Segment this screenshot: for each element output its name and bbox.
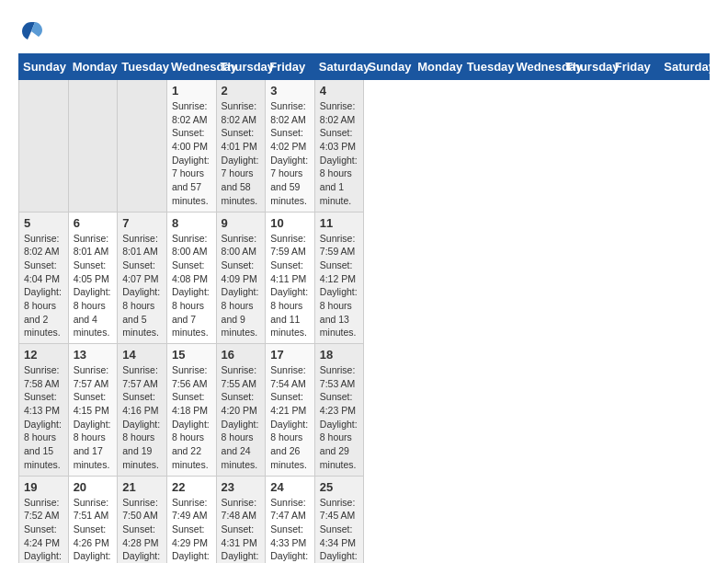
header-day-tuesday: Tuesday bbox=[462, 54, 512, 80]
day-number: 17 bbox=[270, 348, 310, 362]
day-number: 6 bbox=[74, 216, 113, 230]
day-info: Sunrise: 7:59 AM Sunset: 4:12 PM Dayligh… bbox=[320, 232, 359, 340]
day-info: Sunrise: 7:55 AM Sunset: 4:20 PM Dayligh… bbox=[222, 363, 261, 472]
day-number: 10 bbox=[270, 216, 310, 230]
day-number: 22 bbox=[172, 480, 211, 494]
header-day-monday: Monday bbox=[414, 54, 463, 80]
page-header bbox=[18, 18, 710, 44]
header-day-saturday: Saturday bbox=[314, 54, 364, 80]
calendar-cell: 13Sunrise: 7:57 AM Sunset: 4:15 PM Dayli… bbox=[68, 344, 118, 477]
day-number: 14 bbox=[122, 348, 162, 362]
calendar-cell: 2Sunrise: 8:02 AM Sunset: 4:01 PM Daylig… bbox=[216, 80, 266, 213]
day-info: Sunrise: 7:51 AM Sunset: 4:26 PM Dayligh… bbox=[74, 496, 113, 564]
day-number: 2 bbox=[222, 84, 261, 98]
day-info: Sunrise: 7:49 AM Sunset: 4:29 PM Dayligh… bbox=[172, 496, 211, 564]
calendar-cell: 24Sunrise: 7:47 AM Sunset: 4:33 PM Dayli… bbox=[266, 476, 315, 563]
calendar-header-row: SundayMondayTuesdayWednesdayThursdayFrid… bbox=[19, 54, 710, 80]
calendar-cell bbox=[118, 80, 167, 213]
calendar-cell: 22Sunrise: 7:49 AM Sunset: 4:29 PM Dayli… bbox=[166, 476, 216, 563]
calendar-cell: 21Sunrise: 7:50 AM Sunset: 4:28 PM Dayli… bbox=[118, 476, 167, 563]
day-info: Sunrise: 8:01 AM Sunset: 4:05 PM Dayligh… bbox=[74, 232, 113, 340]
calendar-cell: 1Sunrise: 8:02 AM Sunset: 4:00 PM Daylig… bbox=[166, 80, 216, 213]
calendar-cell: 10Sunrise: 7:59 AM Sunset: 4:11 PM Dayli… bbox=[266, 212, 315, 344]
calendar-cell: 18Sunrise: 7:53 AM Sunset: 4:23 PM Dayli… bbox=[314, 344, 364, 477]
day-number: 12 bbox=[24, 348, 63, 362]
header-day-thursday: Thursday bbox=[562, 54, 611, 80]
header-day-wednesday: Wednesday bbox=[166, 54, 216, 80]
day-number: 4 bbox=[320, 84, 359, 98]
calendar-cell: 25Sunrise: 7:45 AM Sunset: 4:34 PM Dayli… bbox=[314, 476, 364, 563]
calendar-cell: 14Sunrise: 7:57 AM Sunset: 4:16 PM Dayli… bbox=[118, 344, 167, 477]
calendar-cell: 7Sunrise: 8:01 AM Sunset: 4:07 PM Daylig… bbox=[118, 212, 167, 344]
header-day-monday: Monday bbox=[68, 54, 118, 80]
day-info: Sunrise: 7:57 AM Sunset: 4:15 PM Dayligh… bbox=[74, 363, 113, 472]
calendar-cell: 8Sunrise: 8:00 AM Sunset: 4:08 PM Daylig… bbox=[166, 212, 216, 344]
calendar-cell: 9Sunrise: 8:00 AM Sunset: 4:09 PM Daylig… bbox=[216, 212, 266, 344]
calendar-week-row: 19Sunrise: 7:52 AM Sunset: 4:24 PM Dayli… bbox=[19, 476, 710, 563]
day-number: 19 bbox=[24, 480, 63, 494]
day-info: Sunrise: 8:00 AM Sunset: 4:09 PM Dayligh… bbox=[222, 232, 261, 340]
day-info: Sunrise: 7:59 AM Sunset: 4:11 PM Dayligh… bbox=[270, 232, 310, 340]
day-number: 25 bbox=[320, 480, 359, 494]
header-day-sunday: Sunday bbox=[19, 54, 69, 80]
day-number: 18 bbox=[320, 348, 359, 362]
calendar-cell: 11Sunrise: 7:59 AM Sunset: 4:12 PM Dayli… bbox=[314, 212, 364, 344]
header-day-thursday: Thursday bbox=[216, 54, 266, 80]
day-number: 7 bbox=[122, 216, 162, 230]
header-day-sunday: Sunday bbox=[364, 54, 414, 80]
calendar-week-row: 12Sunrise: 7:58 AM Sunset: 4:13 PM Dayli… bbox=[19, 344, 710, 477]
day-number: 11 bbox=[320, 216, 359, 230]
header-day-tuesday: Tuesday bbox=[118, 54, 167, 80]
day-number: 23 bbox=[222, 480, 261, 494]
calendar-cell: 15Sunrise: 7:56 AM Sunset: 4:18 PM Dayli… bbox=[166, 344, 216, 477]
day-info: Sunrise: 7:58 AM Sunset: 4:13 PM Dayligh… bbox=[24, 363, 63, 472]
day-info: Sunrise: 7:53 AM Sunset: 4:23 PM Dayligh… bbox=[320, 363, 359, 472]
calendar-cell: 12Sunrise: 7:58 AM Sunset: 4:13 PM Dayli… bbox=[19, 344, 69, 477]
header-day-saturday: Saturday bbox=[660, 54, 710, 80]
day-number: 20 bbox=[74, 480, 113, 494]
day-info: Sunrise: 7:47 AM Sunset: 4:33 PM Dayligh… bbox=[270, 496, 310, 564]
calendar-cell: 20Sunrise: 7:51 AM Sunset: 4:26 PM Dayli… bbox=[68, 476, 118, 563]
day-number: 8 bbox=[172, 216, 211, 230]
calendar-cell: 3Sunrise: 8:02 AM Sunset: 4:02 PM Daylig… bbox=[266, 80, 315, 213]
calendar-week-row: 1Sunrise: 8:02 AM Sunset: 4:00 PM Daylig… bbox=[19, 80, 710, 213]
day-info: Sunrise: 8:02 AM Sunset: 4:03 PM Dayligh… bbox=[320, 99, 359, 208]
day-info: Sunrise: 8:02 AM Sunset: 4:00 PM Dayligh… bbox=[172, 99, 211, 208]
day-number: 9 bbox=[222, 216, 261, 230]
header-day-friday: Friday bbox=[266, 54, 315, 80]
day-number: 21 bbox=[122, 480, 162, 494]
day-info: Sunrise: 8:02 AM Sunset: 4:02 PM Dayligh… bbox=[270, 99, 310, 208]
day-number: 16 bbox=[222, 348, 261, 362]
day-number: 24 bbox=[270, 480, 310, 494]
day-number: 15 bbox=[172, 348, 211, 362]
day-info: Sunrise: 8:00 AM Sunset: 4:08 PM Dayligh… bbox=[172, 232, 211, 340]
day-info: Sunrise: 7:50 AM Sunset: 4:28 PM Dayligh… bbox=[122, 496, 162, 564]
day-number: 1 bbox=[172, 84, 211, 98]
calendar-cell bbox=[19, 80, 69, 213]
logo-icon bbox=[18, 18, 44, 44]
calendar-cell: 4Sunrise: 8:02 AM Sunset: 4:03 PM Daylig… bbox=[314, 80, 364, 213]
calendar-cell: 23Sunrise: 7:48 AM Sunset: 4:31 PM Dayli… bbox=[216, 476, 266, 563]
calendar-cell: 16Sunrise: 7:55 AM Sunset: 4:20 PM Dayli… bbox=[216, 344, 266, 477]
day-info: Sunrise: 8:01 AM Sunset: 4:07 PM Dayligh… bbox=[122, 232, 162, 340]
logo bbox=[18, 18, 46, 44]
day-number: 3 bbox=[270, 84, 310, 98]
day-info: Sunrise: 8:02 AM Sunset: 4:04 PM Dayligh… bbox=[24, 232, 63, 340]
day-number: 13 bbox=[74, 348, 113, 362]
calendar-cell: 5Sunrise: 8:02 AM Sunset: 4:04 PM Daylig… bbox=[19, 212, 69, 344]
calendar-week-row: 5Sunrise: 8:02 AM Sunset: 4:04 PM Daylig… bbox=[19, 212, 710, 344]
day-info: Sunrise: 7:54 AM Sunset: 4:21 PM Dayligh… bbox=[270, 363, 310, 472]
day-info: Sunrise: 7:45 AM Sunset: 4:34 PM Dayligh… bbox=[320, 496, 359, 564]
header-day-wednesday: Wednesday bbox=[512, 54, 562, 80]
calendar-cell: 19Sunrise: 7:52 AM Sunset: 4:24 PM Dayli… bbox=[19, 476, 69, 563]
day-info: Sunrise: 7:52 AM Sunset: 4:24 PM Dayligh… bbox=[24, 496, 63, 564]
day-number: 5 bbox=[24, 216, 63, 230]
day-info: Sunrise: 7:56 AM Sunset: 4:18 PM Dayligh… bbox=[172, 363, 211, 472]
header-day-friday: Friday bbox=[610, 54, 660, 80]
day-info: Sunrise: 8:02 AM Sunset: 4:01 PM Dayligh… bbox=[222, 99, 261, 208]
calendar-cell: 6Sunrise: 8:01 AM Sunset: 4:05 PM Daylig… bbox=[68, 212, 118, 344]
calendar-cell: 17Sunrise: 7:54 AM Sunset: 4:21 PM Dayli… bbox=[266, 344, 315, 477]
day-info: Sunrise: 7:48 AM Sunset: 4:31 PM Dayligh… bbox=[222, 496, 261, 564]
calendar-table: SundayMondayTuesdayWednesdayThursdayFrid… bbox=[18, 53, 710, 563]
day-info: Sunrise: 7:57 AM Sunset: 4:16 PM Dayligh… bbox=[122, 363, 162, 472]
